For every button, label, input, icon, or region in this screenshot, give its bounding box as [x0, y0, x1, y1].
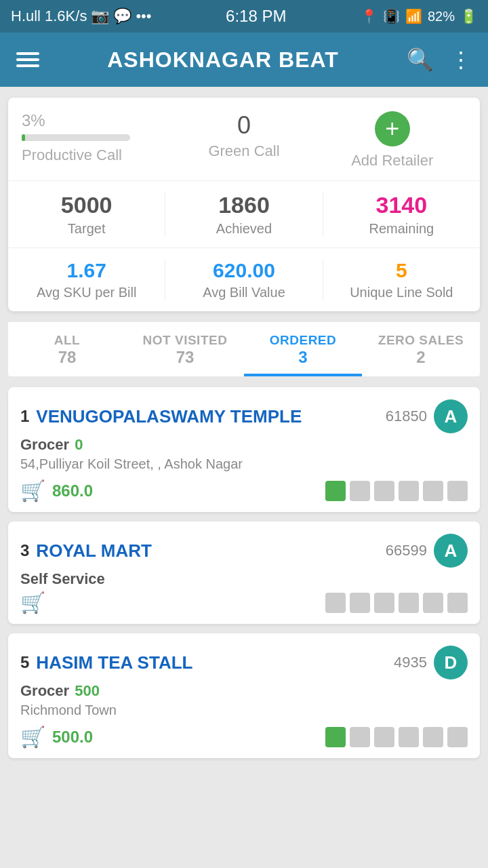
target-cell: 5000 Target	[8, 192, 165, 237]
stats-sku-row: 1.67 Avg SKU per Bill 620.00 Avg Bill Va…	[8, 248, 480, 311]
achieved-cell: 1860 Achieved	[165, 192, 323, 237]
status-dot	[325, 481, 346, 501]
add-retailer-label: Add Retailer	[351, 152, 433, 170]
stats-top-row: 3% Productive Call 0 Green Call + Add Re…	[8, 111, 480, 181]
retailer-count-badge: 0	[75, 436, 83, 454]
status-dot	[423, 727, 443, 747]
menu-button[interactable]	[16, 52, 39, 67]
retailer-header: 5 Hasim Tea Stall 4935 D	[20, 646, 468, 679]
battery-level: 82%	[428, 9, 455, 24]
tab-count: 73	[176, 348, 195, 367]
status-dot	[447, 481, 468, 501]
page-title: ASHOKNAGAR BEAT	[107, 47, 339, 73]
retailer-id: 66599	[386, 542, 427, 559]
retailer-id: 4935	[394, 654, 427, 671]
retailer-card[interactable]: 3 ROYAL MART 66599 A Self Service 🛒	[8, 521, 480, 624]
retailer-footer: 🛒 860.0	[20, 479, 468, 502]
achieved-label: Achieved	[216, 221, 272, 237]
retailer-name: VENUGOPALASWAMY TEMPLE	[36, 406, 302, 427]
status-dot	[423, 481, 443, 501]
cart-value: 500.0	[52, 728, 93, 747]
retailer-list: 1 VENUGOPALASWAMY TEMPLE 61850 A Grocer …	[8, 387, 480, 758]
retailer-name-row: 3 ROYAL MART	[20, 540, 386, 561]
retailer-avatar: A	[434, 534, 468, 568]
add-retailer-button[interactable]: + Add Retailer	[318, 111, 466, 170]
stats-numbers-row: 5000 Target 1860 Achieved 3140 Remaining	[8, 181, 480, 248]
retailer-type: Grocer	[20, 436, 69, 454]
status-right: 📍 📳 📶 82% 🔋	[361, 8, 477, 24]
remaining-value: 3140	[376, 192, 428, 218]
nav-icons: 🔍 ⋮	[407, 47, 472, 73]
tab-not-visited[interactable]: NOT VISITED 73	[126, 322, 244, 376]
status-dot	[374, 481, 394, 501]
remaining-label: Remaining	[369, 221, 434, 237]
achieved-value: 1860	[218, 192, 270, 218]
status-dot	[350, 593, 370, 613]
retailer-card[interactable]: 5 Hasim Tea Stall 4935 D Grocer 500 Rich…	[8, 633, 480, 758]
tab-zero-sales[interactable]: ZERO SALES 2	[362, 322, 480, 376]
tab-ordered[interactable]: ORDERED 3	[244, 322, 362, 376]
retailer-count-badge: 500	[75, 682, 100, 700]
retailer-number: 1	[20, 407, 29, 426]
retailer-header: 1 VENUGOPALASWAMY TEMPLE 61850 A	[20, 399, 468, 433]
cart-row: 🛒	[20, 591, 45, 614]
productive-call-fill	[22, 134, 25, 141]
retailer-name: ROYAL MART	[36, 540, 151, 561]
nav-bar: ASHOKNAGAR BEAT 🔍 ⋮	[0, 33, 488, 87]
status-dots	[325, 481, 468, 501]
retailer-footer: 🛒 500.0	[20, 725, 468, 749]
cart-icon: 🛒	[20, 479, 45, 502]
remaining-cell: 3140 Remaining	[323, 192, 480, 237]
speed-indicator: 1.6K/s	[45, 7, 87, 25]
signal-icon: H.ull	[11, 7, 41, 25]
retailer-name-row: 5 Hasim Tea Stall	[20, 652, 394, 673]
location-icon: 📍	[361, 8, 378, 24]
status-dot	[374, 593, 394, 613]
status-dot	[399, 593, 419, 613]
avg-bill-label: Avg Bill Value	[203, 285, 285, 300]
cart-row: 🛒 860.0	[20, 479, 93, 502]
status-dot	[374, 727, 394, 747]
retailer-sub-row: Grocer 500	[20, 682, 468, 700]
productive-call-progress-bar	[22, 134, 130, 141]
status-dots	[325, 727, 468, 747]
retailer-avatar: A	[434, 399, 468, 433]
tab-count: 2	[416, 348, 425, 367]
unique-line-cell: 5 Unique Line Sold	[323, 259, 480, 300]
avg-sku-value: 1.67	[66, 259, 106, 282]
tab-count: 3	[298, 348, 307, 367]
target-value: 5000	[61, 192, 113, 218]
search-icon[interactable]: 🔍	[407, 47, 434, 73]
retailer-id: 61850	[386, 408, 427, 425]
productive-call-label: Productive Call	[22, 146, 122, 164]
green-call-label: Green Call	[208, 142, 279, 160]
status-dot	[447, 727, 468, 747]
camera-icon: 📷	[91, 7, 109, 25]
retailer-avatar: D	[434, 646, 468, 679]
target-label: Target	[68, 221, 106, 237]
status-dot	[399, 727, 419, 747]
green-call-value: 0	[237, 111, 251, 140]
battery-icon: 🔋	[460, 8, 477, 24]
status-dot	[350, 727, 370, 747]
add-retailer-icon: +	[375, 111, 410, 146]
status-dot	[399, 481, 419, 501]
status-dot	[350, 481, 370, 501]
status-dot	[325, 727, 346, 747]
retailer-address: Richmond Town	[20, 703, 468, 718]
retailer-number: 3	[20, 541, 29, 560]
productive-call-pct: 3%	[22, 111, 45, 130]
more-options-icon[interactable]: ⋮	[450, 47, 472, 73]
retailer-card[interactable]: 1 VENUGOPALASWAMY TEMPLE 61850 A Grocer …	[8, 387, 480, 512]
retailer-address: 54,Pulliyar Koil Street, , Ashok Nagar	[20, 456, 468, 472]
status-bar: H.ull 1.6K/s 📷 💬 ••• 6:18 PM 📍 📳 📶 82% 🔋	[0, 0, 488, 33]
stats-card: 3% Productive Call 0 Green Call + Add Re…	[8, 98, 480, 311]
tab-label: ZERO SALES	[378, 333, 464, 348]
retailer-type: Self Service	[20, 570, 105, 588]
status-time: 6:18 PM	[226, 7, 286, 26]
avg-sku-label: Avg SKU per Bill	[37, 285, 136, 300]
tab-all[interactable]: ALL 78	[8, 322, 126, 376]
green-call-section: 0 Green Call	[170, 111, 319, 160]
retailer-sub-row: Self Service	[20, 570, 468, 588]
avg-bill-value: 620.00	[213, 259, 275, 282]
